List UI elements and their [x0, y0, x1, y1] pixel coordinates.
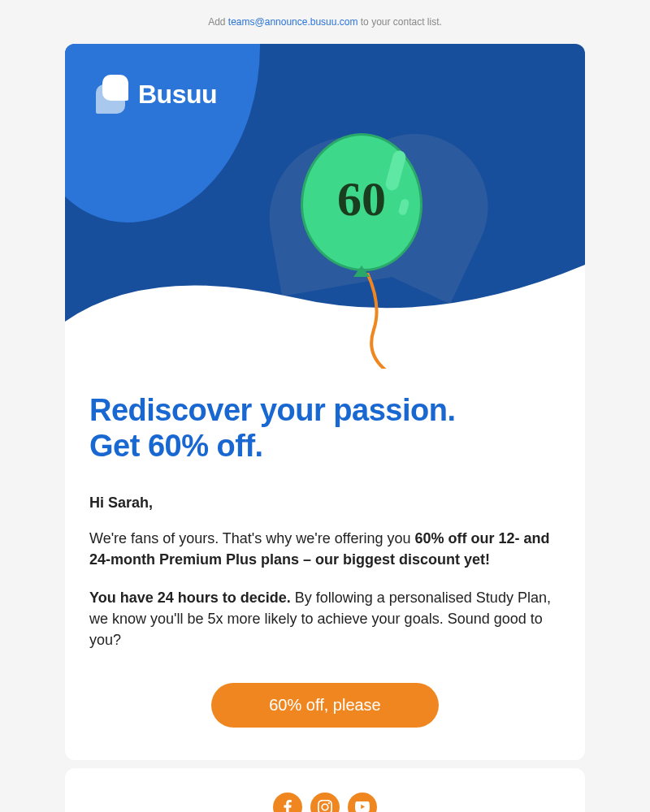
p1-prefix: We're fans of yours. That's why we're of…: [89, 530, 415, 546]
balloon-string-icon: [366, 273, 398, 369]
balloon-number: 60: [337, 171, 386, 227]
notice-email-link[interactable]: teams@announce.busuu.com: [228, 16, 358, 28]
hero-banner: Busuu 60: [65, 44, 585, 369]
headline: Rediscover your passion. Get 60% off.: [89, 393, 561, 464]
footer-card: Busuu Limited - City Place House, 55 Bas…: [65, 768, 585, 812]
wave-divider: [65, 257, 585, 369]
headline-line1: Rediscover your passion.: [89, 393, 456, 427]
hero-blob-shape: [65, 44, 260, 222]
content-area: Rediscover your passion. Get 60% off. Hi…: [65, 369, 585, 760]
social-links: [89, 793, 561, 812]
youtube-icon[interactable]: [348, 793, 377, 812]
notice-prefix: Add: [208, 16, 228, 28]
facebook-icon[interactable]: [273, 793, 302, 812]
headline-line2: Get 60% off.: [89, 429, 263, 463]
instagram-icon[interactable]: [310, 793, 340, 812]
greeting-text: Hi Sarah,: [89, 495, 561, 512]
p2-bold: You have 24 hours to decide.: [89, 590, 291, 606]
main-card: Busuu 60 Rediscover your passion. Ge: [65, 44, 585, 760]
balloon-graphic: 60: [301, 133, 422, 271]
paragraph-2: You have 24 hours to decide. By followin…: [89, 587, 561, 650]
cta-button[interactable]: 60% off, please: [211, 683, 439, 728]
contact-notice: Add teams@announce.busuu.com to your con…: [65, 16, 585, 28]
cta-wrapper: 60% off, please: [89, 683, 561, 728]
brand-logo: Busuu: [96, 75, 217, 114]
notice-suffix: to your contact list.: [358, 16, 441, 28]
logo-text: Busuu: [138, 80, 217, 110]
paragraph-1: We're fans of yours. That's why we're of…: [89, 528, 561, 570]
logo-mark-icon: [96, 75, 128, 114]
